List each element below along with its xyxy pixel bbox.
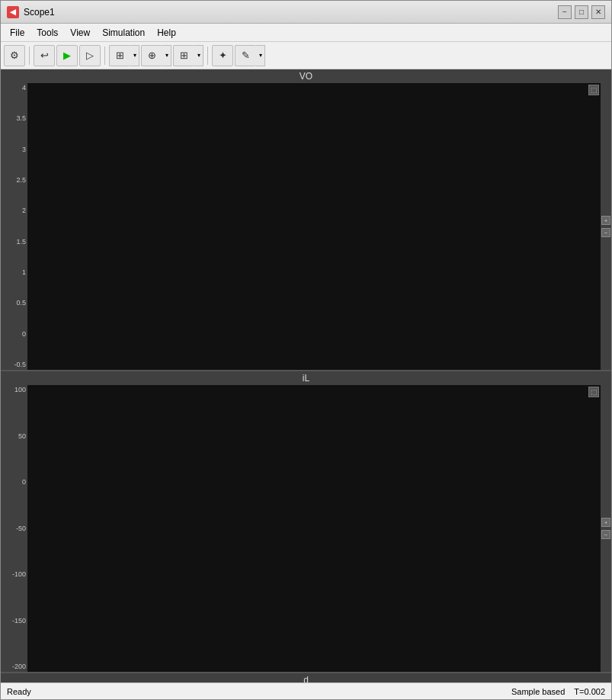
write-dropdown[interactable]: ✎ ▾ [235, 45, 265, 66]
y-label-il-n150: -150 [12, 421, 26, 428]
x-axis-area: 0 1 2 3 4 5 0 Time ×10⁻⁶ [1, 652, 611, 682]
plot-vo-canvas[interactable]: ⬚ [27, 83, 601, 262]
status-ready: Ready [7, 687, 31, 696]
x-label-2: 2 [248, 653, 252, 660]
y-label-vo-25: 2.5 [16, 141, 26, 148]
y-label-vo-35: 3.5 [16, 104, 26, 111]
plot-vo-yaxis: 4 3.5 3 2.5 2 1.5 1 0.5 0 -0.5 [1, 83, 27, 262]
canvas-il [27, 278, 601, 457]
zoom-dropdown-arrow[interactable]: ▾ [130, 45, 139, 66]
x-unit: ×10⁻⁶ [582, 662, 601, 669]
y-label-vo-0: 0 [22, 236, 26, 242]
plot-il-yaxis: 100 50 0 -50 -100 -150 -200 [1, 278, 27, 457]
x-axis-title: Time [31, 662, 582, 671]
y-label-vo-05: 0.5 [16, 217, 26, 223]
y-label-vo-15: 1.5 [16, 179, 26, 186]
plot-d-title: d [1, 459, 611, 473]
y-label-il-n50: -50 [16, 364, 26, 371]
plot-il-maximize[interactable]: ⬚ [588, 279, 599, 290]
return-button[interactable]: ↩ [34, 45, 55, 66]
x-label-1: 1 [138, 653, 142, 660]
plot-d-right: + − [601, 473, 611, 652]
zoom-button[interactable]: ⊞ [109, 45, 130, 66]
app-icon: ◀ [7, 6, 19, 18]
plot-il-right: + − [601, 278, 611, 457]
plot-il: iL 100 50 0 -50 -100 -150 -200 ⬚ + − [1, 264, 611, 458]
plot-d-canvas[interactable]: ⬚ [27, 473, 601, 652]
close-button[interactable]: ✕ [591, 5, 605, 19]
plot-d-container: 50 0 -50 -100 -150 ⬚ + − [1, 473, 611, 652]
separator-1 [29, 47, 30, 65]
main-window: ◀ Scope1 − □ ✕ File Tools View Simulatio… [0, 0, 612, 700]
scale-dropdown-arrow[interactable]: ▾ [194, 45, 203, 66]
plot-d-plus[interactable]: + [601, 551, 610, 560]
plot-vo-minus[interactable]: − [601, 175, 610, 184]
y-label-vo-1: 1 [22, 197, 26, 204]
cursor-dropdown-arrow[interactable]: ▾ [162, 45, 171, 66]
menubar: File Tools View Simulation Help [1, 24, 611, 42]
plot-vo-plus[interactable]: + [601, 162, 610, 172]
status-sample-based: Sample based [511, 687, 565, 696]
zoom-dropdown[interactable]: ⊞ ▾ [109, 45, 139, 66]
y-label-vo-2: 2 [22, 160, 26, 167]
y-label-il-0: 0 [22, 336, 26, 342]
play-button[interactable]: ▶ [56, 45, 78, 66]
x-label-3: 3 [360, 653, 364, 660]
write-dropdown-arrow[interactable]: ▾ [256, 45, 265, 66]
write-button[interactable]: ✎ [235, 45, 256, 66]
title-bar: ◀ Scope1 − □ ✕ [1, 1, 611, 24]
plot-il-minus[interactable]: − [601, 369, 610, 378]
menu-file[interactable]: File [4, 26, 30, 40]
y-label-d-0: 0 [22, 516, 26, 523]
y-label-il-50: 50 [18, 307, 26, 314]
y-label-d-n150: -150 [12, 644, 26, 650]
params-button[interactable]: ✦ [212, 45, 233, 66]
plot-d-minus[interactable]: − [601, 564, 610, 573]
plot-d: d 50 0 -50 -100 -150 ⬚ + − [1, 459, 611, 652]
x-label-5: 5 [581, 653, 585, 660]
plot-vo: VO 4 3.5 3 2.5 2 1.5 1 0.5 0 -0.5 ⬚ [1, 69, 611, 264]
separator-3 [207, 47, 208, 65]
step-button[interactable]: ▷ [79, 45, 101, 66]
y-label-d-n100: -100 [12, 601, 26, 608]
title-left: ◀ Scope1 [7, 6, 55, 18]
maximize-button[interactable]: □ [575, 5, 588, 19]
plot-il-canvas[interactable]: ⬚ [27, 278, 601, 457]
y-label-il-n200: -200 [12, 449, 26, 456]
plot-d-yaxis: 50 0 -50 -100 -150 [1, 473, 27, 652]
plot-il-plus[interactable]: + [601, 357, 610, 366]
menu-help[interactable]: Help [151, 26, 182, 40]
scale-dropdown[interactable]: ⊞ ▾ [173, 45, 203, 66]
y-label-d-n50: -50 [16, 559, 26, 566]
scale-button[interactable]: ⊞ [173, 45, 194, 66]
menu-view[interactable]: View [64, 26, 96, 40]
plot-vo-maximize[interactable]: ⬚ [588, 85, 599, 95]
status-right: Sample based T=0.002 [511, 687, 605, 696]
plot-d-maximize[interactable]: ⬚ [588, 474, 599, 485]
settings-button[interactable]: ⚙ [4, 45, 25, 66]
plot-il-title: iL [1, 264, 611, 278]
y-label-vo-n05: -0.5 [14, 254, 26, 261]
plot-il-container: 100 50 0 -50 -100 -150 -200 ⬚ + − [1, 278, 611, 457]
plot-vo-right: + − [601, 83, 611, 262]
minimize-button[interactable]: − [558, 5, 572, 19]
plot-vo-title: VO [1, 69, 611, 83]
menu-simulation[interactable]: Simulation [96, 26, 151, 40]
canvas-d [27, 473, 601, 652]
window-title: Scope1 [24, 7, 55, 18]
status-time: T=0.002 [574, 687, 605, 696]
cursor-button[interactable]: ⊕ [141, 45, 162, 66]
x-labels: 0 1 2 3 4 5 [1, 652, 611, 660]
x-label-4: 4 [470, 653, 474, 660]
separator-2 [104, 47, 105, 65]
x-label-0: 0 [27, 653, 31, 660]
menu-tools[interactable]: Tools [30, 26, 64, 40]
toolbar: ⚙ ↩ ▶ ▷ ⊞ ▾ ⊕ ▾ ⊞ ▾ ✦ ✎ ▾ [1, 42, 611, 69]
plot-vo-container: 4 3.5 3 2.5 2 1.5 1 0.5 0 -0.5 ⬚ + [1, 83, 611, 262]
y-label-vo-4: 4 [22, 85, 26, 92]
canvas-vo [27, 83, 601, 262]
y-label-il-n100: -100 [12, 393, 26, 400]
title-controls: − □ ✕ [558, 5, 605, 19]
cursor-dropdown[interactable]: ⊕ ▾ [141, 45, 171, 66]
plots-area: VO 4 3.5 3 2.5 2 1.5 1 0.5 0 -0.5 ⬚ [1, 69, 611, 682]
